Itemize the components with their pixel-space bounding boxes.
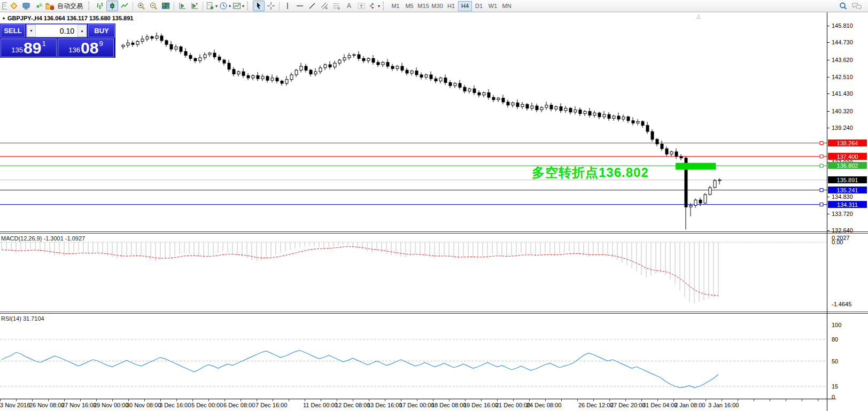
price-badge-138.264: 138.264: [828, 139, 867, 146]
candle-body: [497, 98, 500, 100]
candle-body: [545, 105, 548, 107]
macd-signal-line: [2, 246, 718, 296]
market-watch-button[interactable]: [20, 1, 32, 11]
level-handle[interactable]: [820, 203, 823, 206]
candle-body: [213, 53, 216, 57]
timeframe-MN[interactable]: MN: [500, 1, 514, 11]
time-tick: [513, 399, 514, 401]
timeframe-M30[interactable]: M30: [430, 1, 444, 11]
candle-body: [560, 107, 562, 111]
chart-annotation-text[interactable]: 多空转折点136.802: [532, 164, 649, 181]
timeframe-W1[interactable]: W1: [486, 1, 500, 11]
time-label: 30 Nov 08:00: [126, 402, 161, 408]
time-tick: [786, 399, 786, 401]
profile-next-button[interactable]: [189, 1, 200, 11]
indicators-button[interactable]: ▾: [205, 1, 218, 11]
timeframe-H1[interactable]: H1: [444, 1, 458, 11]
time-tick: [770, 399, 770, 401]
periods-button[interactable]: ▾: [219, 1, 231, 11]
candle-body: [603, 114, 606, 117]
time-tick: [224, 399, 225, 401]
time-tick: [609, 399, 610, 401]
chat-button[interactable]: [851, 1, 863, 11]
channel-tool-button[interactable]: E: [319, 1, 330, 11]
bar-chart-button[interactable]: [94, 1, 106, 11]
candle-body: [598, 113, 601, 117]
candle-body: [348, 56, 351, 58]
main-price-pane[interactable]: [0, 12, 827, 231]
rsi-pane[interactable]: [0, 314, 827, 399]
timeframe-M15[interactable]: M15: [416, 1, 430, 11]
text-tool-button[interactable]: A: [343, 1, 355, 11]
candle-body: [208, 53, 211, 55]
timeframe-D1[interactable]: D1: [472, 1, 486, 11]
buy-button[interactable]: BUY: [88, 24, 115, 37]
candle-body: [276, 78, 278, 81]
time-label: 29 Nov 00:00: [94, 402, 128, 408]
tile-windows-button[interactable]: [160, 1, 172, 11]
candle-body: [694, 200, 697, 205]
price-axis-line: [827, 12, 827, 411]
time-tick: [208, 399, 209, 401]
line-chart-button[interactable]: [119, 1, 130, 11]
fibonacci-tool-button[interactable]: F: [331, 1, 343, 11]
time-tick: [818, 399, 818, 401]
time-tick: [241, 399, 241, 401]
templates-button[interactable]: ▾: [232, 1, 245, 11]
scroll-to-end-icon[interactable]: △: [696, 13, 701, 19]
buy-price-display[interactable]: 136 08 9: [58, 38, 114, 57]
level-handle[interactable]: [820, 142, 823, 145]
time-tick: [481, 399, 482, 401]
time-tick: [673, 399, 674, 401]
bar-chart-icon: [96, 2, 104, 10]
highlight-rectangle[interactable]: [676, 163, 716, 170]
candle-body: [714, 181, 716, 188]
sell-price-display[interactable]: 135 89 1: [1, 38, 57, 57]
horizontal-line-tool-button[interactable]: [294, 1, 306, 11]
clipped-toolbar-icon[interactable]: [1, 1, 7, 11]
time-label: 17 Dec 00:00: [399, 402, 434, 408]
timeframe-M1[interactable]: M1: [389, 1, 402, 11]
timeframe-H4[interactable]: H4: [458, 1, 472, 11]
level-handle[interactable]: [820, 189, 823, 192]
candle-body: [329, 65, 331, 67]
arrows-tool-button[interactable]: ▾: [368, 1, 381, 11]
autotrading-button[interactable]: 自动交易: [45, 1, 86, 11]
time-tick: [273, 399, 273, 401]
zoom-in-button[interactable]: [135, 1, 147, 11]
zoom-out-button[interactable]: [148, 1, 159, 11]
new-order-button[interactable]: [8, 1, 20, 11]
signal-button[interactable]: [33, 1, 44, 11]
volume-decrease-button[interactable]: ▼: [27, 25, 36, 37]
sell-button[interactable]: SELL: [1, 24, 25, 37]
trade-panel-collapse-icon[interactable]: ▲: [2, 15, 6, 20]
volume-input[interactable]: [36, 25, 78, 37]
macd-pane[interactable]: [0, 234, 827, 312]
time-label: 3 Jan 16:00: [708, 402, 739, 408]
candle-body: [410, 71, 413, 73]
candle-body: [257, 75, 259, 79]
trendline-tool-button[interactable]: [306, 1, 318, 11]
timeframe-M5[interactable]: M5: [402, 1, 416, 11]
candle-body: [689, 205, 692, 207]
level-handle[interactable]: [820, 155, 823, 158]
price-tick-label: 142.510: [832, 74, 853, 80]
vertical-line-tool-button[interactable]: [282, 1, 293, 11]
crosshair-tool-button[interactable]: [265, 1, 277, 11]
time-label: 27 Dec 20:00: [610, 402, 645, 408]
text-label-tool-button[interactable]: T: [355, 1, 367, 11]
price-tick-label: 145.810: [832, 22, 853, 29]
chart-window[interactable]: 145.810144.730143.620142.510141.430140.3…: [0, 12, 868, 411]
search-button[interactable]: [837, 1, 849, 11]
time-tick: [754, 399, 754, 401]
candlestick-chart-button[interactable]: [106, 1, 118, 11]
cursor-tool-button[interactable]: [253, 1, 265, 11]
level-handle[interactable]: [820, 164, 823, 167]
time-label: 7 Dec 16:00: [255, 402, 287, 408]
profile-previous-button[interactable]: [176, 1, 188, 11]
candle-body: [569, 108, 572, 112]
candle-body: [468, 89, 471, 91]
dropdown-caret-icon: ▾: [229, 4, 231, 9]
price-tick: [827, 128, 830, 128]
volume-increase-button[interactable]: ▲: [78, 25, 87, 37]
